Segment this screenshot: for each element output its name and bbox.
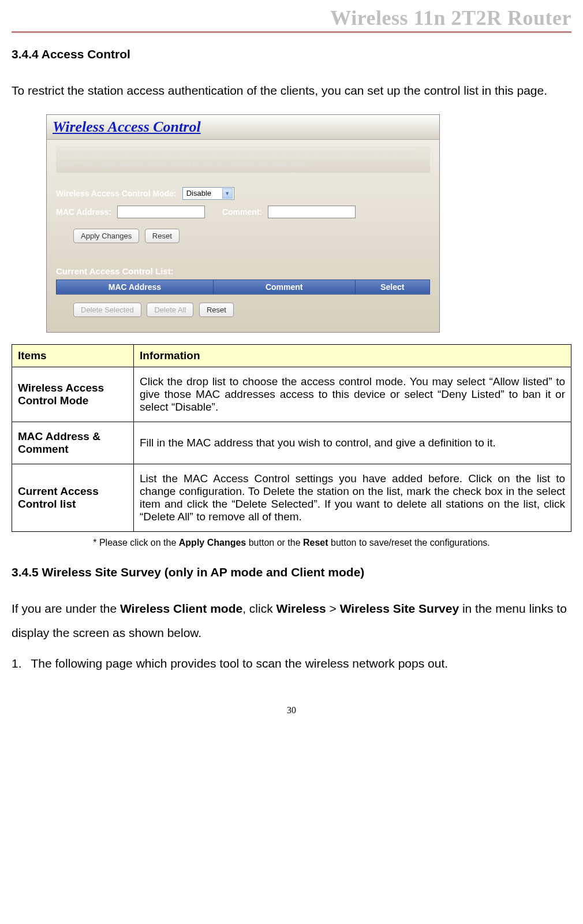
mode-value: Disable xyxy=(186,189,211,198)
col-select: Select xyxy=(355,280,429,294)
info-header-items: Items xyxy=(12,344,134,367)
list-number: 1. xyxy=(12,657,22,670)
mac-input[interactable] xyxy=(117,206,205,218)
delete-selected-button[interactable]: Delete Selected xyxy=(73,303,141,317)
table-row: Wireless Access Control Mode Click the d… xyxy=(12,367,571,422)
section-344-heading: 3.4.4 Access Control xyxy=(12,47,571,61)
info-desc-1: Fill in the MAC address that you wish to… xyxy=(134,422,571,464)
info-item-1: MAC Address & Comment xyxy=(12,422,134,464)
wac-description: "Allow Listed", wireless clients with a … xyxy=(56,147,430,173)
section-345-heading: 3.4.5 Wireless Site Survey (only in AP m… xyxy=(12,565,571,579)
mode-select[interactable]: Disable ▼ xyxy=(182,187,234,200)
list-text: The following page which provides tool t… xyxy=(31,657,449,670)
info-header-info: Information xyxy=(134,344,571,367)
info-table: Items Information Wireless Access Contro… xyxy=(12,344,571,532)
footnote: * Please click on the Apply Changes butt… xyxy=(12,538,571,548)
info-item-2: Current Access Control list xyxy=(12,464,134,531)
info-desc-0: Click the drop list to choose the access… xyxy=(134,367,571,422)
col-comment: Comment xyxy=(213,280,355,294)
mode-row: Wireless Access Control Mode: Disable ▼ xyxy=(56,187,430,200)
mac-comment-row: MAC Address: Comment: xyxy=(56,206,430,218)
mode-label: Wireless Access Control Mode: xyxy=(56,189,177,198)
info-desc-2: List the MAC Access Control settings you… xyxy=(134,464,571,531)
chevron-down-icon: ▼ xyxy=(222,188,233,199)
mac-label: MAC Address: xyxy=(56,207,111,217)
delete-row: Delete Selected Delete All Reset xyxy=(73,303,430,317)
reset-button[interactable]: Reset xyxy=(145,229,180,243)
apply-changes-button[interactable]: Apply Changes xyxy=(73,229,139,243)
table-row: Current Access Control list List the MAC… xyxy=(12,464,571,531)
reset2-button[interactable]: Reset xyxy=(199,303,234,317)
current-list-label: Current Access Control List: xyxy=(56,266,430,276)
delete-all-button[interactable]: Delete All xyxy=(147,303,193,317)
info-item-0: Wireless Access Control Mode xyxy=(12,367,134,422)
page-number: 30 xyxy=(12,705,571,716)
page-header: Wireless 11n 2T2R Router xyxy=(12,6,571,33)
comment-label: Comment: xyxy=(222,207,262,217)
numbered-list-item: 1. The following page which provides too… xyxy=(12,657,571,670)
apply-reset-row: Apply Changes Reset xyxy=(73,229,430,243)
table-row: MAC Address & Comment Fill in the MAC ad… xyxy=(12,422,571,464)
section-344-intro: To restrict the station access authentic… xyxy=(12,79,571,103)
comment-input[interactable] xyxy=(268,206,356,218)
acl-table: MAC Address Comment Select xyxy=(56,280,430,295)
wac-screenshot: Wireless Access Control "Allow Listed", … xyxy=(46,114,440,333)
col-mac: MAC Address xyxy=(57,280,214,294)
header-title: Wireless 11n 2T2R Router xyxy=(330,6,571,29)
wac-title: Wireless Access Control xyxy=(47,115,439,140)
section-345-intro: If you are under the Wireless Client mod… xyxy=(12,597,571,645)
